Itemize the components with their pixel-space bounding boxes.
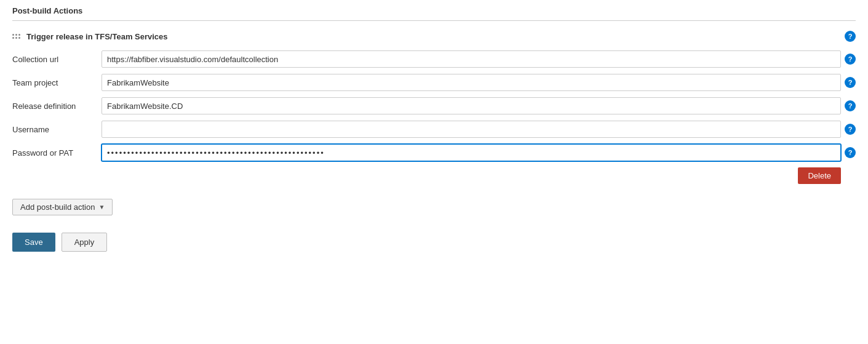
help-icon-team-project[interactable]: ? [845, 77, 856, 88]
trigger-title-text: Trigger release in TFS/Team Services [26, 32, 168, 41]
trigger-header: Trigger release in TFS/Team Services ? [12, 31, 856, 42]
drag-icon [12, 34, 20, 39]
trigger-title: Trigger release in TFS/Team Services [12, 32, 168, 41]
section-title: Post-build Actions [12, 6, 856, 21]
dropdown-arrow-icon: ▼ [98, 204, 105, 210]
apply-button[interactable]: Apply [62, 233, 108, 252]
form-row-team-project: Team project ? [12, 74, 856, 91]
form-row-collection-url: Collection url ? [12, 50, 856, 68]
input-wrap-collection-url: ? [102, 50, 856, 68]
input-wrap-password-pat: ? [102, 144, 856, 161]
page-container: Post-build Actions Trigger release in TF… [0, 0, 868, 264]
label-release-definition: Release definition [12, 102, 102, 111]
input-release-definition[interactable] [102, 97, 841, 114]
label-team-project: Team project [12, 78, 102, 87]
input-wrap-release-definition: ? [102, 97, 856, 114]
label-collection-url: Collection url [12, 55, 102, 64]
form-row-password-pat: Password or PAT ? [12, 144, 856, 161]
add-post-build-action-button[interactable]: Add post-build action ▼ [12, 199, 113, 215]
help-icon-collection-url[interactable]: ? [845, 54, 856, 65]
input-wrap-team-project: ? [102, 74, 856, 91]
delete-button[interactable]: Delete [798, 167, 841, 184]
input-collection-url[interactable] [102, 50, 841, 68]
trigger-block: Trigger release in TFS/Team Services ? C… [12, 31, 856, 184]
label-username: Username [12, 125, 102, 134]
form-row-release-definition: Release definition ? [12, 97, 856, 114]
label-password-pat: Password or PAT [12, 148, 102, 158]
input-wrap-username: ? [102, 121, 856, 138]
save-button[interactable]: Save [12, 233, 55, 252]
input-password-pat[interactable] [102, 144, 841, 161]
help-icon-username[interactable]: ? [845, 124, 856, 135]
trigger-help-icon[interactable]: ? [845, 31, 856, 42]
input-team-project[interactable] [102, 74, 841, 91]
input-username[interactable] [102, 121, 841, 138]
form-row-username: Username ? [12, 121, 856, 138]
help-icon-release-definition[interactable]: ? [845, 100, 856, 111]
add-action-label: Add post-build action [20, 202, 95, 212]
trigger-help-wrap: ? [845, 31, 856, 42]
help-icon-password-pat[interactable]: ? [845, 147, 856, 158]
bottom-buttons: Save Apply [12, 233, 856, 252]
add-action-wrap: Add post-build action ▼ [12, 194, 856, 228]
delete-row: Delete [12, 167, 856, 184]
